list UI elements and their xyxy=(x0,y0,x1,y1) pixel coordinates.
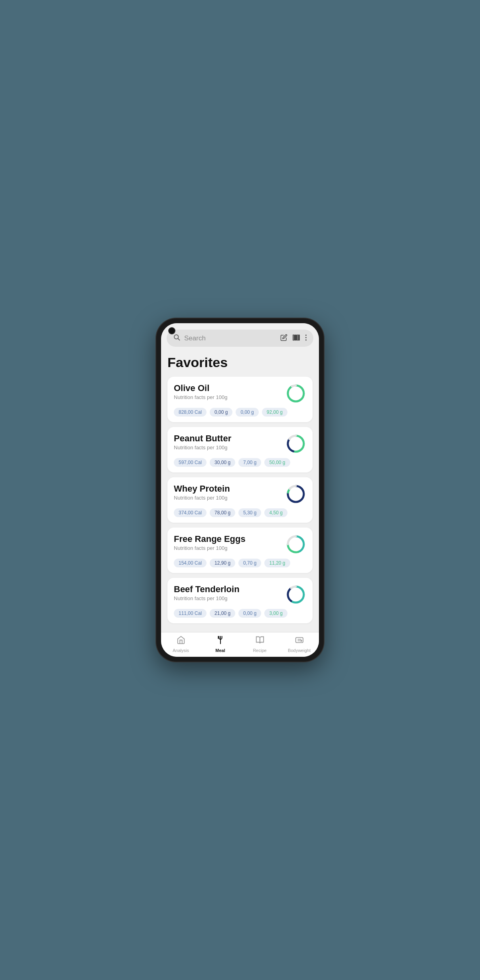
svg-point-9 xyxy=(305,337,307,338)
svg-point-8 xyxy=(305,334,307,336)
badge-protein: 0,00 g xyxy=(210,408,232,417)
phone-frame: Search xyxy=(156,318,324,662)
food-info: Whey Protein Nutrition facts per 100g xyxy=(174,484,230,501)
badge-calories: 374,00 Cal xyxy=(174,508,207,517)
food-info: Beef Tenderloin Nutrition facts per 100g xyxy=(174,584,240,601)
nav-item-recipe[interactable]: Recipe xyxy=(240,636,279,653)
nav-label-meal: Meal xyxy=(215,648,225,653)
svg-rect-5 xyxy=(297,335,297,340)
svg-point-0 xyxy=(174,335,179,339)
badge-carbs: 0,00 g xyxy=(236,408,258,417)
food-donut-chart xyxy=(285,433,306,454)
food-subtitle: Nutrition facts per 100g xyxy=(174,445,231,450)
food-donut-chart xyxy=(285,383,306,404)
svg-rect-2 xyxy=(293,335,294,340)
food-info: Peanut Butter Nutrition facts per 100g xyxy=(174,433,231,450)
content-area: Favorites Olive Oil Nutrition facts per … xyxy=(161,351,319,632)
food-card-top: Olive Oil Nutrition facts per 100g xyxy=(174,383,306,404)
food-card-top: Free Range Eggs Nutrition facts per 100g xyxy=(174,534,306,555)
badge-fat: 4,50 g xyxy=(264,508,287,517)
meal-icon xyxy=(216,636,225,647)
svg-point-34 xyxy=(301,640,302,641)
svg-point-10 xyxy=(305,339,307,340)
food-name: Free Range Eggs xyxy=(174,534,246,544)
barcode-icon[interactable] xyxy=(292,334,300,343)
food-info: Olive Oil Nutrition facts per 100g xyxy=(174,383,227,400)
svg-rect-33 xyxy=(295,638,303,643)
svg-rect-7 xyxy=(299,335,300,340)
search-placeholder-text: Search xyxy=(184,334,276,342)
nav-label-recipe: Recipe xyxy=(253,648,266,653)
search-actions xyxy=(280,334,307,343)
food-subtitle: Nutrition facts per 100g xyxy=(174,595,240,601)
badge-fat: 50,00 g xyxy=(264,458,290,467)
badge-carbs: 0,00 g xyxy=(238,609,261,618)
edit-icon[interactable] xyxy=(280,334,287,343)
food-badges: 828,00 Cal 0,00 g 0,00 g 92,00 g xyxy=(174,408,306,417)
nav-label-analysis: Analysis xyxy=(173,648,189,653)
badge-calories: 828,00 Cal xyxy=(174,408,207,417)
nav-item-bodyweight[interactable]: Bodyweight xyxy=(279,636,319,653)
badge-fat: 92,00 g xyxy=(262,408,287,417)
recipe-icon xyxy=(256,636,264,647)
food-subtitle: Nutrition facts per 100g xyxy=(174,545,246,551)
food-badges: 111,00 Cal 21,00 g 0,00 g 3,00 g xyxy=(174,609,306,618)
food-name: Whey Protein xyxy=(174,484,230,494)
page-title: Favorites xyxy=(167,355,313,370)
badge-fat: 3,00 g xyxy=(264,609,287,618)
bottom-nav: Analysis Meal xyxy=(161,632,319,657)
food-list: Olive Oil Nutrition facts per 100g 828,0… xyxy=(167,377,313,623)
food-name: Beef Tenderloin xyxy=(174,584,240,595)
svg-rect-6 xyxy=(297,335,298,340)
food-card-top: Peanut Butter Nutrition facts per 100g xyxy=(174,433,306,454)
food-info: Free Range Eggs Nutrition facts per 100g xyxy=(174,534,246,551)
food-badges: 374,00 Cal 78,00 g 5,30 g 4,50 g xyxy=(174,508,306,517)
badge-fat: 11,20 g xyxy=(264,559,290,567)
svg-rect-3 xyxy=(295,335,295,340)
bodyweight-icon xyxy=(295,636,304,647)
food-card-top: Whey Protein Nutrition facts per 100g xyxy=(174,484,306,504)
top-bar: Search xyxy=(161,323,319,351)
phone-screen: Search xyxy=(161,323,319,657)
food-card[interactable]: Whey Protein Nutrition facts per 100g 37… xyxy=(167,477,313,523)
badge-calories: 597,00 Cal xyxy=(174,458,207,467)
food-badges: 597,00 Cal 30,00 g 7,00 g 50,00 g xyxy=(174,458,306,467)
food-name: Olive Oil xyxy=(174,383,227,393)
badge-carbs: 5,30 g xyxy=(238,508,261,517)
search-icon xyxy=(173,334,180,343)
badge-carbs: 7,00 g xyxy=(238,458,261,467)
food-subtitle: Nutrition facts per 100g xyxy=(174,394,227,400)
badge-protein: 78,00 g xyxy=(210,508,235,517)
food-donut-chart xyxy=(285,534,306,555)
nav-item-meal[interactable]: Meal xyxy=(201,636,240,653)
food-card[interactable]: Peanut Butter Nutrition facts per 100g 5… xyxy=(167,427,313,472)
badge-protein: 30,00 g xyxy=(210,458,235,467)
food-badges: 154,00 Cal 12,90 g 0,70 g 11,20 g xyxy=(174,559,306,567)
badge-protein: 21,00 g xyxy=(210,609,235,618)
food-donut-chart xyxy=(285,484,306,504)
analysis-icon xyxy=(176,636,186,647)
svg-point-12 xyxy=(288,385,304,401)
food-name: Peanut Butter xyxy=(174,433,231,444)
badge-calories: 111,00 Cal xyxy=(174,609,207,618)
nav-label-bodyweight: Bodyweight xyxy=(288,648,311,653)
nav-item-analysis[interactable]: Analysis xyxy=(161,636,201,653)
food-donut-chart xyxy=(285,584,306,605)
food-card[interactable]: Free Range Eggs Nutrition facts per 100g… xyxy=(167,528,313,573)
food-subtitle: Nutrition facts per 100g xyxy=(174,495,230,501)
badge-calories: 154,00 Cal xyxy=(174,559,207,567)
more-menu-icon[interactable] xyxy=(305,334,307,343)
badge-carbs: 0,70 g xyxy=(238,559,261,567)
food-card-top: Beef Tenderloin Nutrition facts per 100g xyxy=(174,584,306,605)
search-bar[interactable]: Search xyxy=(167,330,313,347)
badge-protein: 12,90 g xyxy=(210,559,235,567)
food-card[interactable]: Beef Tenderloin Nutrition facts per 100g… xyxy=(167,578,313,623)
svg-point-20 xyxy=(287,485,305,504)
food-card[interactable]: Olive Oil Nutrition facts per 100g 828,0… xyxy=(167,377,313,422)
camera-notch xyxy=(168,327,175,334)
svg-line-1 xyxy=(178,339,180,340)
svg-rect-4 xyxy=(295,335,296,340)
